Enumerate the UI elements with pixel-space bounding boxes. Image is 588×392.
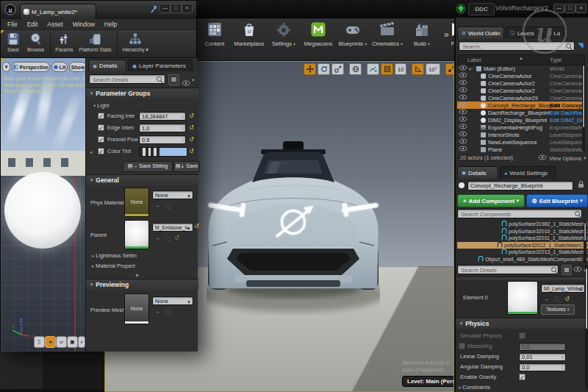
color-tint-swatch[interactable] <box>139 147 187 157</box>
reset-icon[interactable]: ↺ <box>189 136 194 143</box>
preview-shape-cube-button[interactable]: ◼ <box>67 336 78 348</box>
preview-mesh-dropdown[interactable]: None ▼ <box>152 296 193 305</box>
expander-icon[interactable]: ▸ <box>90 149 93 155</box>
property-matrix-icon[interactable]: ▦ <box>562 265 572 275</box>
actor-name-field[interactable]: Concept_Recharge_Blueprint <box>467 181 573 190</box>
material-editor-tab[interactable]: M_Lamp_white2* <box>20 4 96 19</box>
material-preview-viewport[interactable]: ▾ ◧ Perspective ◉ Lit Show Base pass sha… <box>1 58 85 352</box>
angular-damping-field[interactable]: 0,0↕ <box>519 363 566 371</box>
collapsed-section-row[interactable]: ▸ Lightmass Settin <box>92 252 137 259</box>
eye-icon[interactable] <box>459 87 467 94</box>
outliner-row[interactable]: NewLevelSequenceLevelSequenceA <box>457 138 584 146</box>
add-component-button[interactable]: + Add Component ▾ <box>457 194 525 207</box>
component-row[interactable]: polySurface32012_1_StaticMeshComponent0 … <box>457 242 588 249</box>
toolbar-marketplace-button[interactable]: uMarketplace <box>234 21 264 47</box>
level-badge[interactable]: Level: Main (Persistent) <box>402 376 454 387</box>
toolbar-build-button[interactable]: Build ▾ <box>407 21 437 47</box>
preview-shape-plane-button[interactable]: ▱ <box>56 336 67 348</box>
rotate-tool-button[interactable] <box>318 63 330 75</box>
eye-icon[interactable] <box>459 72 467 79</box>
menu-edit[interactable]: Edit <box>27 21 38 28</box>
viewport-options-caret[interactable]: ▾ <box>2 62 10 72</box>
property-matrix-icon[interactable]: ▦ <box>168 74 179 85</box>
lock-icon[interactable] <box>578 184 584 188</box>
enable-gravity-checkbox[interactable]: ✓ <box>519 374 526 380</box>
browse-to-asset-icon[interactable] <box>554 296 559 302</box>
parameter-groups-header[interactable]: ▾Parameter Groups <box>86 88 198 99</box>
browse-to-asset-icon[interactable] <box>165 204 171 209</box>
eye-icon[interactable] <box>459 146 467 153</box>
volvo-concept-car[interactable] <box>207 135 380 319</box>
scale-tool-button[interactable] <box>331 63 344 75</box>
minimize-button[interactable]: — <box>553 4 564 13</box>
grid-snap-toggle-button[interactable] <box>381 63 393 75</box>
sort-ascending-icon[interactable]: ▲ <box>519 56 523 60</box>
tab-world-settings[interactable]: ● World Settings <box>500 166 556 179</box>
eye-icon[interactable] <box>459 131 467 138</box>
browse-to-asset-icon[interactable] <box>165 310 171 315</box>
surface-snapping-button[interactable] <box>367 63 379 75</box>
outliner-row-type[interactable]: Edit DIM2_Disp <box>550 117 584 124</box>
tab-details[interactable]: ◉ Details <box>457 166 498 179</box>
tab-world-outliner[interactable]: ≣ World Outlin <box>457 26 504 39</box>
display-filter-eye-icon[interactable] <box>573 266 582 274</box>
material-toolbar-save-button[interactable]: Save <box>5 32 21 52</box>
eye-icon[interactable] <box>459 65 467 72</box>
use-selected-icon[interactable]: ← <box>155 235 161 241</box>
material-thumbnail[interactable] <box>507 281 538 315</box>
param-checkbox[interactable]: ✓ <box>98 113 104 119</box>
dropdown-caret-icon[interactable]: ▾ <box>293 42 295 46</box>
move-tool-button[interactable] <box>304 63 316 75</box>
component-row[interactable]: Object_shell_489_StaticMeshComponent0 (I… <box>457 256 588 263</box>
perspective-button[interactable]: ◧ Perspective <box>12 62 50 72</box>
reset-icon[interactable]: ↺ <box>189 148 194 154</box>
eye-icon[interactable] <box>459 101 467 109</box>
outliner-row[interactable]: ExponentialHeightFogExponentialHeig <box>457 124 584 131</box>
toolbar-blueprints-button[interactable]: Blueprints ▾ <box>338 21 368 47</box>
maximize-button[interactable]: □ <box>171 4 182 13</box>
eye-icon[interactable] <box>459 94 467 101</box>
use-selected-icon[interactable]: ← <box>155 202 161 209</box>
preview-shape-cylinder-button[interactable]: ▯ <box>34 336 45 348</box>
linear-damping-field[interactable]: 0,01↕ <box>519 353 566 361</box>
component-row[interactable]: polySurface32010_1_StaticMeshComponent0 … <box>457 228 588 235</box>
textures-button[interactable]: Textures ▾ <box>541 304 575 315</box>
component-row[interactable]: polySurface32011_1_StaticMeshComponent0 … <box>457 235 588 242</box>
outliner-row[interactable]: ▾Main (Editor)World <box>457 65 584 72</box>
preview-shape-sphere-button[interactable]: ● <box>45 336 56 348</box>
outliner-row[interactable]: CineCameraActor29CineCameraActo <box>457 94 584 101</box>
reset-icon[interactable]: ↺ <box>189 113 194 119</box>
expander-icon[interactable]: ▾ <box>469 66 475 71</box>
view-options-button[interactable]: View Options ▾ <box>538 154 586 162</box>
simulate-physics-checkbox[interactable] <box>519 332 526 339</box>
outliner-row[interactable]: PlaneStaticMeshActor <box>457 146 584 153</box>
reset-icon[interactable]: ↺ <box>194 223 199 229</box>
toolbar-settings-button[interactable]: Settings ▾ <box>269 21 298 47</box>
rotation-snap-value[interactable]: 10° <box>426 63 440 75</box>
tab-material-details[interactable]: ◉ Details <box>88 60 126 71</box>
general-section-header[interactable]: ▾General <box>86 174 198 185</box>
eye-icon[interactable] <box>459 138 467 146</box>
material-editor-titlebar[interactable]: u M_Lamp_white2* — □ × <box>1 1 196 19</box>
use-selected-icon[interactable]: ← <box>155 308 161 315</box>
details-scrollbar[interactable] <box>585 265 588 390</box>
reset-icon[interactable]: ↺ <box>564 296 570 302</box>
menu-window[interactable]: Window <box>73 21 95 28</box>
physics-section-header[interactable]: ▾Physics <box>456 318 587 329</box>
tab-layer-parameters[interactable]: ◉ Layer Parameters <box>128 60 193 71</box>
menu-help[interactable]: Help <box>104 21 117 28</box>
outliner-row[interactable]: InteriorShotsLevelSequenceA <box>457 131 584 138</box>
edit-blueprint-button[interactable]: ⚙ Edit Blueprint ▾ <box>526 194 588 207</box>
param-checkbox[interactable]: ✓ <box>98 124 104 131</box>
save-sibling-button[interactable]: ▤→ Save Sibling <box>123 161 173 172</box>
show-menu-button[interactable]: Show <box>69 62 85 72</box>
toolbar-content-button[interactable]: Content <box>200 21 229 47</box>
toolbar-expand-button[interactable]: » <box>444 29 449 40</box>
search-details-input[interactable]: Search Details <box>457 265 559 274</box>
eye-icon[interactable] <box>459 116 467 124</box>
minimize-button[interactable]: — <box>159 4 171 13</box>
mass-checkbox[interactable] <box>459 343 465 349</box>
outliner-row[interactable]: CineCameraActor2CineCameraActo <box>457 87 584 94</box>
light-group-header[interactable]: ▾ Light <box>93 102 110 109</box>
preview-mesh-thumbnail[interactable]: None <box>124 293 149 324</box>
